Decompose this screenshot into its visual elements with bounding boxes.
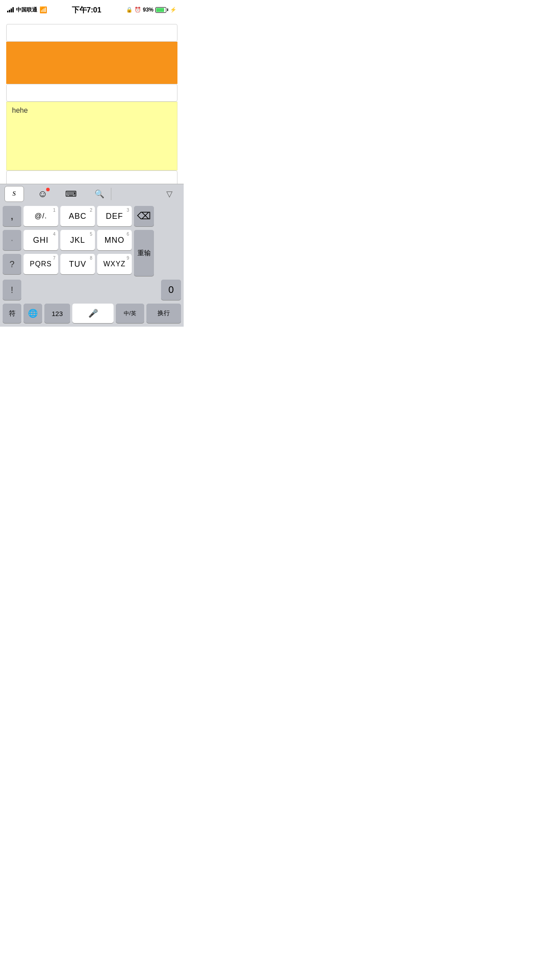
newline-label: 换行: [157, 309, 170, 317]
delete-key[interactable]: ⌫: [134, 206, 154, 226]
key-num-4: 4: [53, 232, 55, 237]
key-label-jkl: JKL: [70, 236, 85, 245]
search-button[interactable]: 🔍: [90, 186, 109, 202]
keyboard-area: S ☺ ⌨ 🔍 ▽ , 1 @/. 2 ABC: [0, 184, 184, 327]
key-num-9: 9: [126, 256, 129, 261]
battery-icon: [155, 7, 168, 13]
comma-key[interactable]: ,: [3, 206, 21, 226]
signal-bars: [7, 7, 14, 12]
battery-percent: 93%: [143, 7, 153, 13]
space-key[interactable]: 🎤: [72, 304, 114, 323]
key-label-pqrs: PQRS: [30, 260, 51, 268]
keyboard-layout-button[interactable]: ⌨: [61, 186, 81, 202]
key-label-def: DEF: [106, 212, 123, 221]
key-num-2: 2: [90, 208, 92, 213]
key-at-slash-dot[interactable]: 1 @/.: [24, 206, 58, 226]
fu-key[interactable]: 符: [3, 304, 21, 323]
wifi-icon: 📶: [39, 6, 47, 13]
123-label: 123: [51, 310, 63, 317]
keyboard-icon: ⌨: [65, 189, 77, 199]
status-bar: 中国联通 📶 下午7:01 🔒 ⏰ 93% ⚡: [0, 0, 184, 20]
key-num-8: 8: [90, 256, 92, 261]
text-input-2[interactable]: [6, 84, 177, 102]
key-mno[interactable]: 6 MNO: [97, 230, 132, 250]
emoji-badge: [46, 188, 50, 191]
globe-key[interactable]: 🌐: [24, 304, 42, 323]
key-tuv[interactable]: 8 TUV: [60, 254, 95, 274]
123-key[interactable]: 123: [44, 304, 70, 323]
zero-key[interactable]: 0: [161, 280, 181, 300]
text-input-1[interactable]: [6, 24, 177, 42]
microphone-icon: 🎤: [88, 308, 98, 318]
globe-icon: 🌐: [28, 308, 38, 318]
main-content: hehe: [0, 20, 184, 198]
fu-label: 符: [9, 309, 16, 318]
keyboard-keys: , 1 @/. 2 ABC 3 DEF ⌫ ◦ ?: [0, 203, 184, 327]
key-label-at: @/.: [35, 212, 47, 220]
key-def[interactable]: 3 DEF: [97, 206, 132, 226]
key-label-mno: MNO: [105, 236, 125, 245]
cn-en-key[interactable]: 中/英: [116, 304, 144, 323]
status-right: 🔒 ⏰ 93% ⚡: [126, 7, 177, 13]
key-jkl[interactable]: 5 JKL: [60, 230, 95, 250]
key-pqrs[interactable]: 7 PQRS: [24, 254, 58, 274]
key-num-5: 5: [90, 232, 92, 237]
yellow-note[interactable]: hehe: [6, 102, 177, 170]
search-icon: 🔍: [94, 189, 104, 199]
key-num-7: 7: [53, 256, 55, 261]
question-key[interactable]: ?: [3, 254, 21, 274]
key-num-3: 3: [126, 208, 129, 213]
key-label-abc: ABC: [69, 212, 87, 221]
charging-icon: ⚡: [170, 7, 177, 13]
lock-icon: 🔒: [126, 7, 133, 13]
keyboard-toolbar: S ☺ ⌨ 🔍 ▽: [0, 184, 184, 203]
dot-key[interactable]: ◦: [3, 230, 21, 250]
alarm-icon: ⏰: [134, 7, 141, 13]
time-label: 下午7:01: [72, 5, 101, 15]
sogou-icon: S: [12, 190, 16, 198]
key-wxyz[interactable]: 9 WXYZ: [97, 254, 132, 274]
reenter-key[interactable]: 重输: [134, 230, 154, 276]
key-num-1: 1: [53, 208, 55, 213]
content-wrapper: hehe: [6, 24, 177, 188]
yellow-note-text: hehe: [12, 107, 28, 114]
cn-en-label: 中/英: [124, 310, 136, 317]
carrier-label: 中国联通: [16, 6, 37, 14]
dismiss-keyboard-button[interactable]: ▽: [160, 186, 179, 202]
sogou-button[interactable]: S: [4, 186, 24, 202]
key-label-wxyz: WXYZ: [103, 260, 126, 268]
dismiss-icon: ▽: [166, 189, 173, 199]
newline-key[interactable]: 换行: [146, 304, 181, 323]
orange-block: [6, 42, 177, 84]
key-abc[interactable]: 2 ABC: [60, 206, 95, 226]
exclamation-key[interactable]: !: [3, 280, 21, 300]
status-left: 中国联通 📶: [7, 6, 47, 14]
toolbar-divider: [111, 188, 111, 200]
key-num-6: 6: [126, 232, 129, 237]
emoji-button[interactable]: ☺: [33, 186, 52, 202]
key-label-tuv: TUV: [69, 260, 87, 269]
key-label-ghi: GHI: [33, 236, 48, 245]
key-ghi[interactable]: 4 GHI: [24, 230, 58, 250]
